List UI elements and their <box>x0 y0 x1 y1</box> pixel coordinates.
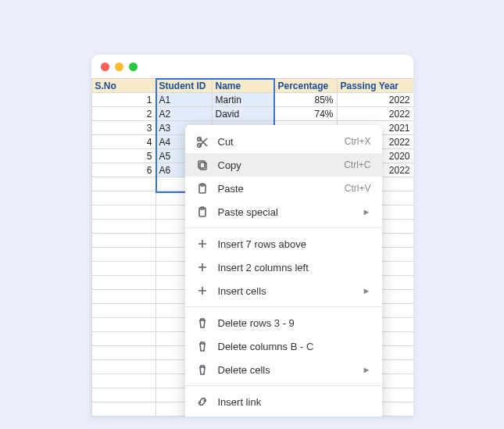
link-icon <box>196 395 209 408</box>
submenu-arrow-icon: ► <box>363 365 371 374</box>
header-student-id[interactable]: Student ID <box>155 79 212 93</box>
menu-item-insert-7-rows-above[interactable]: Insert 7 rows above <box>185 232 382 256</box>
header-sno[interactable]: S.No <box>91 79 155 93</box>
zoom-icon[interactable] <box>129 63 138 71</box>
cell-percentage[interactable]: 85% <box>274 93 337 107</box>
menu-item-insert-link[interactable]: Insert link <box>185 390 382 413</box>
paste-special-icon <box>196 206 209 218</box>
menu-item-label: Delete columns B - C <box>218 341 371 352</box>
menu-item-cut[interactable]: CutCtrl+X <box>185 130 382 153</box>
trash-icon <box>196 340 209 352</box>
menu-item-paste-special[interactable]: Paste special► <box>185 200 382 223</box>
menu-item-label: Copy <box>218 159 335 171</box>
menu-item-label: Paste <box>218 183 335 195</box>
menu-item-delete-rows-3-9[interactable]: Delete rows 3 - 9 <box>185 311 382 334</box>
cell-year[interactable]: 2022 <box>337 107 413 121</box>
menu-item-insert-2-columns-left[interactable]: Insert 2 columns left <box>185 256 382 279</box>
menu-item-label: Insert 2 columns left <box>218 262 371 273</box>
trash-icon <box>196 363 209 376</box>
app-window: S.No Student ID Name Percentage Passing … <box>91 55 413 416</box>
cut-icon <box>196 135 209 148</box>
submenu-arrow-icon: ► <box>363 207 371 216</box>
cell-student-id[interactable]: A1 <box>155 93 212 107</box>
header-passing-year[interactable]: Passing Year <box>337 79 413 93</box>
minimize-icon[interactable] <box>115 63 123 71</box>
copy-icon <box>196 159 209 171</box>
shortcut-label: Ctrl+X <box>345 136 371 147</box>
menu-item-copy[interactable]: CopyCtrl+C <box>185 153 382 177</box>
menu-item-label: Insert cells <box>218 285 353 297</box>
context-menu[interactable]: CutCtrl+XCopyCtrl+CPasteCtrl+VPaste spec… <box>185 125 382 416</box>
cell-student-id[interactable]: A2 <box>155 107 212 121</box>
menu-item-label: Insert link <box>218 396 371 408</box>
table-row[interactable]: 1A1Martin85%2022 <box>91 93 413 107</box>
menu-item-insert-cells[interactable]: Insert cells► <box>185 279 382 302</box>
menu-separator <box>185 227 382 228</box>
trash-icon <box>196 316 209 329</box>
menu-item-label: Insert 7 rows above <box>218 238 371 250</box>
cell-name[interactable]: Martin <box>212 93 274 107</box>
submenu-arrow-icon: ► <box>363 286 371 295</box>
menu-item-delete-columns-b-c[interactable]: Delete columns B - C <box>185 334 382 358</box>
titlebar <box>91 55 413 78</box>
cell-year[interactable]: 2022 <box>337 93 413 107</box>
cell-name[interactable]: David <box>212 107 274 121</box>
paste-icon <box>196 182 209 195</box>
menu-separator <box>185 306 382 307</box>
cell-sno[interactable]: 3 <box>91 121 155 135</box>
table-row[interactable]: 2A2David74%2022 <box>91 107 413 121</box>
plus-icon <box>196 261 209 273</box>
plus-icon <box>196 284 209 297</box>
close-icon[interactable] <box>101 63 109 71</box>
cell-sno[interactable]: 5 <box>91 149 155 163</box>
cell-sno[interactable]: 4 <box>91 135 155 149</box>
cell-sno[interactable]: 6 <box>91 163 155 177</box>
cell-sno[interactable]: 2 <box>91 107 155 121</box>
menu-item-label: Delete rows 3 - 9 <box>218 317 371 329</box>
menu-item-label: Delete cells <box>218 364 353 376</box>
header-percentage[interactable]: Percentage <box>274 79 337 93</box>
header-row: S.No Student ID Name Percentage Passing … <box>91 79 413 93</box>
header-name[interactable]: Name <box>212 79 274 93</box>
spreadsheet[interactable]: S.No Student ID Name Percentage Passing … <box>91 78 413 416</box>
menu-item-delete-cells[interactable]: Delete cells► <box>185 358 382 381</box>
menu-item-paste[interactable]: PasteCtrl+V <box>185 177 382 200</box>
menu-item-label: Cut <box>218 136 335 148</box>
plus-icon <box>196 238 209 250</box>
menu-item-label: Paste special <box>218 206 353 218</box>
shortcut-label: Ctrl+C <box>344 159 370 170</box>
cell-percentage[interactable]: 74% <box>274 107 337 121</box>
cell-sno[interactable]: 1 <box>91 93 155 107</box>
menu-separator <box>185 385 382 386</box>
shortcut-label: Ctrl+V <box>345 183 371 194</box>
menu-item-comment[interactable]: CommentCtrl+Alt+M <box>185 413 382 416</box>
